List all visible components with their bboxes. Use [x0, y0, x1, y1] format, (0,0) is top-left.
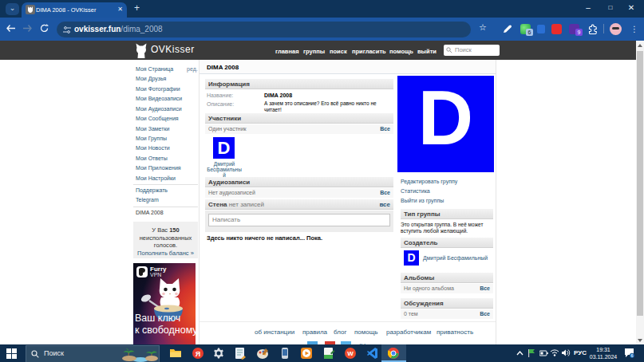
svg-text:6: 6 — [631, 353, 634, 358]
svg-text:Я: Я — [196, 350, 200, 358]
svg-text:W: W — [347, 350, 354, 357]
